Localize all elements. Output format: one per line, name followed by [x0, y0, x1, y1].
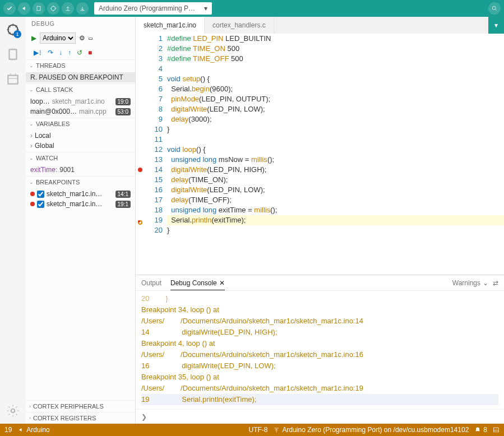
verify-button[interactable]: [3, 2, 16, 15]
svg-point-1: [51, 6, 56, 11]
start-debug-button[interactable]: ▶: [31, 34, 36, 42]
upload2-button[interactable]: [62, 2, 74, 15]
tab-more-button[interactable]: ▾: [488, 17, 504, 34]
chevron-down-icon: ▾: [204, 4, 207, 12]
debug-config-select[interactable]: Arduino: [40, 33, 76, 44]
section-variables[interactable]: ⌄VARIABLES: [26, 118, 135, 129]
board-select[interactable]: Arduino Zero (Programming P… ▾: [94, 2, 212, 15]
panel-settings-icon[interactable]: ⇄: [493, 279, 498, 287]
variable-scope[interactable]: › Local: [26, 131, 135, 141]
activity-board-icon[interactable]: [6, 47, 20, 62]
upload-button[interactable]: [18, 2, 30, 15]
sidebar-title: DEBUG: [26, 17, 135, 30]
svg-rect-0: [37, 6, 40, 11]
thread-status[interactable]: R. PAUSED ON BREAKPOINT: [26, 72, 135, 82]
svg-point-6: [11, 409, 15, 413]
debug-controls: ▶⫶ ↷ ↓ ↑ ↺ ■: [26, 46, 135, 59]
variable-scope[interactable]: › Global: [26, 141, 135, 151]
tab-cortex-handlers[interactable]: cortex_handlers.c: [205, 17, 274, 34]
editor-area: sketch_mar1c.ino cortex_handlers.c ▾ 123…: [136, 17, 504, 424]
svg-rect-4: [10, 49, 17, 59]
gear-icon[interactable]: ⚙: [79, 34, 85, 42]
status-board[interactable]: Arduino Zero (Programming Port) on /dev/…: [273, 426, 469, 434]
code-editor[interactable]: 1234567891011121314151617181920 #define …: [136, 34, 504, 275]
debug-console-input[interactable]: ❯: [136, 409, 504, 424]
panel-tab-output[interactable]: Output: [141, 279, 161, 287]
debug-console-output[interactable]: 20 }Breakpoint 34, loop () at /Users/ /D…: [136, 291, 504, 409]
search-button[interactable]: [488, 2, 501, 15]
section-cortex-registers[interactable]: ›CORTEX REGISTERS: [26, 412, 135, 424]
step-over-button[interactable]: ↷: [48, 49, 53, 57]
continue-button[interactable]: ▶⫶: [34, 49, 42, 57]
debug-sidebar: DEBUG ▶ Arduino ⚙ ▭ ▶⫶ ↷ ↓ ↑ ↺ ■ ⌄THREAD…: [26, 17, 136, 424]
activity-bar: 1: [0, 17, 26, 424]
section-watch[interactable]: ⌄WATCH: [26, 152, 135, 164]
debug-console-icon[interactable]: ▭: [89, 34, 93, 42]
debug-run-toolbar: ▶ Arduino ⚙ ▭: [26, 30, 135, 46]
section-breakpoints[interactable]: ⌄BREAKPOINTS: [26, 176, 135, 188]
breakpoint-item[interactable]: sketch_mar1c.in…14:1: [26, 189, 135, 199]
status-bar: 19 Arduino UTF-8 Arduino Zero (Programmi…: [0, 424, 504, 436]
callstack-frame[interactable]: loop… sketch_mar1c.ino19:0: [26, 96, 135, 106]
section-threads[interactable]: ⌄THREADS: [26, 59, 135, 71]
panel-tab-debug-console[interactable]: Debug Console ✕: [170, 279, 225, 290]
debug-badge: 1: [13, 30, 21, 38]
status-notifications[interactable]: 8: [474, 426, 487, 434]
watch-item[interactable]: exitTime: 9001: [26, 165, 135, 175]
section-cortex-peripherals[interactable]: ›CORTEX PERIPHERALS: [26, 400, 135, 412]
tab-sketch[interactable]: sketch_mar1c.ino: [136, 17, 205, 34]
section-callstack[interactable]: ⌄CALL STACK: [26, 84, 135, 95]
svg-rect-7: [494, 428, 499, 432]
svg-rect-5: [8, 76, 17, 84]
debug-button[interactable]: [47, 2, 59, 15]
stop-button[interactable]: ■: [88, 49, 92, 57]
bottom-panel: Output Debug Console ✕ Warnings⌄ ⇄ 20 }B…: [136, 275, 504, 424]
activity-settings-icon[interactable]: [6, 403, 20, 418]
editor-tabs: sketch_mar1c.ino cortex_handlers.c ▾: [136, 17, 504, 34]
svg-point-2: [492, 6, 496, 10]
download-button[interactable]: [76, 2, 89, 15]
step-out-button[interactable]: ↑: [68, 49, 71, 57]
top-toolbar: Arduino Zero (Programming P… ▾: [0, 0, 504, 17]
panel-filter-warnings[interactable]: Warnings⌄: [452, 279, 488, 287]
status-layout-icon[interactable]: [493, 426, 500, 433]
activity-debug-icon[interactable]: 1: [6, 22, 20, 37]
activity-calendar-icon[interactable]: [6, 72, 20, 86]
status-encoding[interactable]: UTF-8: [248, 426, 267, 434]
status-mode[interactable]: Arduino: [17, 426, 49, 434]
board-select-label: Arduino Zero (Programming P…: [99, 4, 195, 12]
restart-button[interactable]: ↺: [77, 49, 82, 57]
step-into-button[interactable]: ↓: [59, 49, 62, 57]
close-icon[interactable]: ✕: [219, 279, 225, 287]
status-line[interactable]: 19: [4, 426, 12, 434]
new-file-button[interactable]: [33, 2, 45, 15]
breakpoint-item[interactable]: sketch_mar1c.in…19:1: [26, 199, 135, 209]
callstack-frame[interactable]: main@0x000… main.cpp53:0: [26, 106, 135, 117]
chevron-down-icon: ⌄: [483, 279, 488, 287]
